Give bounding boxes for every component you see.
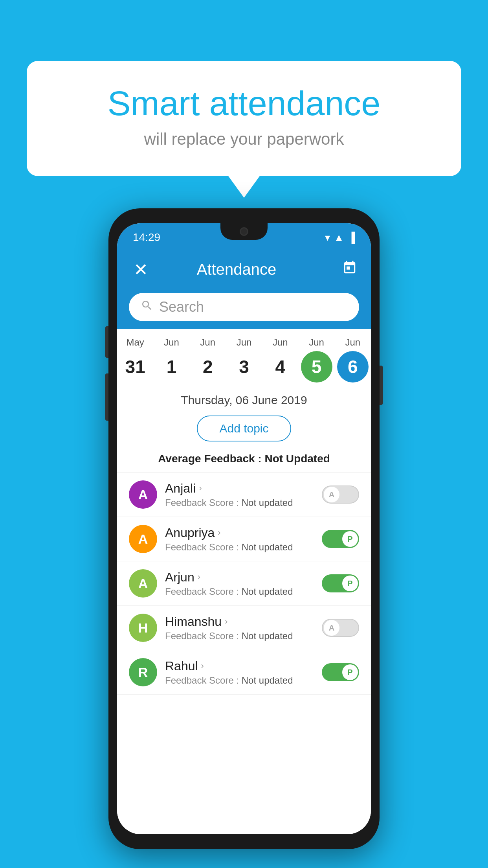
calendar-day-2[interactable]: Jun 2 bbox=[190, 337, 226, 383]
cal-month: Jun bbox=[200, 337, 215, 348]
average-feedback-text: Average Feedback : Not Updated bbox=[158, 452, 330, 465]
attendance-toggle-container[interactable]: P bbox=[322, 530, 359, 548]
volume-down-button bbox=[105, 373, 108, 421]
cal-date: 4 bbox=[264, 351, 296, 383]
student-score: Feedback Score : Not updated bbox=[165, 542, 314, 553]
toggle-knob: A bbox=[324, 620, 339, 636]
app-bar: ✕ Attendance bbox=[117, 252, 371, 287]
power-button bbox=[380, 366, 383, 405]
search-bar[interactable]: Search bbox=[129, 293, 359, 321]
cal-date: 1 bbox=[156, 351, 187, 383]
attendance-toggle[interactable]: P bbox=[322, 663, 359, 681]
speech-bubble: Smart attendance will replace your paper… bbox=[27, 61, 461, 176]
student-score: Feedback Score : Not updated bbox=[165, 675, 314, 686]
speech-bubble-container: Smart attendance will replace your paper… bbox=[27, 61, 461, 176]
bubble-title: Smart attendance bbox=[58, 85, 430, 123]
student-info: Himanshu › Feedback Score : Not updated bbox=[165, 614, 314, 642]
student-info: Rahul › Feedback Score : Not updated bbox=[165, 659, 314, 686]
student-name: Arjun › bbox=[165, 570, 314, 585]
attendance-toggle[interactable]: A bbox=[322, 485, 359, 504]
add-topic-container: Add topic bbox=[117, 410, 371, 449]
cal-month: Jun bbox=[273, 337, 288, 348]
student-avatar: R bbox=[129, 658, 157, 686]
phone-notch bbox=[220, 223, 268, 240]
student-item[interactable]: H Himanshu › Feedback Score : Not update… bbox=[117, 606, 371, 650]
calendar-icon[interactable] bbox=[342, 260, 357, 279]
student-name: Anupriya › bbox=[165, 526, 314, 540]
student-name: Himanshu › bbox=[165, 614, 314, 629]
chevron-right-icon: › bbox=[198, 572, 200, 582]
cal-month: Jun bbox=[237, 337, 252, 348]
calendar-day-1[interactable]: Jun 1 bbox=[154, 337, 189, 383]
battery-icon: ▐ bbox=[348, 232, 355, 244]
attendance-toggle[interactable]: A bbox=[322, 619, 359, 637]
attendance-toggle[interactable]: P bbox=[322, 574, 359, 592]
student-info: Arjun › Feedback Score : Not updated bbox=[165, 570, 314, 597]
status-time: 14:29 bbox=[133, 231, 160, 244]
average-feedback-value: Not Updated bbox=[264, 452, 330, 465]
attendance-toggle-container[interactable]: A bbox=[322, 485, 359, 504]
student-item[interactable]: A Anupriya › Feedback Score : Not update… bbox=[117, 517, 371, 561]
chevron-right-icon: › bbox=[199, 483, 202, 493]
student-info: Anupriya › Feedback Score : Not updated bbox=[165, 526, 314, 553]
signal-icon: ▲ bbox=[334, 232, 344, 244]
add-topic-button[interactable]: Add topic bbox=[197, 416, 291, 441]
cal-month: Jun bbox=[309, 337, 324, 348]
attendance-toggle[interactable]: P bbox=[322, 530, 359, 548]
student-avatar: A bbox=[129, 525, 157, 553]
student-name: Rahul › bbox=[165, 659, 314, 673]
cal-month: Jun bbox=[164, 337, 179, 348]
phone-screen: 14:29 ▾ ▲ ▐ ✕ Attendance bbox=[117, 223, 371, 834]
student-info: Anjali › Feedback Score : Not updated bbox=[165, 481, 314, 508]
attendance-toggle-container[interactable]: P bbox=[322, 663, 359, 681]
student-score: Feedback Score : Not updated bbox=[165, 631, 314, 642]
toggle-knob: P bbox=[342, 576, 358, 591]
cal-date: 2 bbox=[192, 351, 224, 383]
student-item[interactable]: R Rahul › Feedback Score : Not updated P bbox=[117, 650, 371, 695]
chevron-right-icon: › bbox=[201, 661, 204, 671]
calendar-day-4[interactable]: Jun 4 bbox=[262, 337, 298, 383]
search-icon bbox=[141, 299, 153, 315]
feedback-info: Average Feedback : Not Updated bbox=[117, 449, 371, 473]
cal-month: May bbox=[126, 337, 144, 348]
selected-date-text: Thursday, 06 June 2019 bbox=[181, 394, 307, 406]
search-container: Search bbox=[117, 287, 371, 329]
phone-frame: 14:29 ▾ ▲ ▐ ✕ Attendance bbox=[108, 208, 380, 849]
volume-up-button bbox=[105, 326, 108, 358]
camera bbox=[240, 227, 248, 236]
chevron-right-icon: › bbox=[218, 528, 220, 538]
attendance-toggle-container[interactable]: P bbox=[322, 574, 359, 592]
date-display: Thursday, 06 June 2019 bbox=[117, 386, 371, 410]
student-avatar: A bbox=[129, 569, 157, 598]
average-feedback-label: Average Feedback : bbox=[158, 452, 264, 465]
calendar-day-6[interactable]: Jun 6 bbox=[335, 337, 371, 383]
student-avatar: H bbox=[129, 614, 157, 642]
toggle-knob: P bbox=[342, 664, 358, 680]
student-name: Anjali › bbox=[165, 481, 314, 496]
cal-date: 5 bbox=[301, 351, 332, 383]
student-item[interactable]: A Arjun › Feedback Score : Not updated P bbox=[117, 561, 371, 606]
wifi-icon: ▾ bbox=[325, 232, 330, 244]
cal-month: Jun bbox=[345, 337, 360, 348]
student-avatar: A bbox=[129, 480, 157, 509]
student-score: Feedback Score : Not updated bbox=[165, 497, 314, 508]
toggle-knob: A bbox=[324, 487, 339, 502]
toggle-knob: P bbox=[342, 531, 358, 547]
calendar-strip: May 31 Jun 1 Jun 2 Jun 3 Jun 4 Jun 5 Jun… bbox=[117, 329, 371, 386]
chevron-right-icon: › bbox=[225, 616, 227, 627]
calendar-day-3[interactable]: Jun 3 bbox=[226, 337, 262, 383]
bubble-subtitle: will replace your paperwork bbox=[58, 130, 430, 149]
calendar-day-5[interactable]: Jun 5 bbox=[299, 337, 334, 383]
calendar-day-0[interactable]: May 31 bbox=[117, 337, 153, 383]
search-input[interactable]: Search bbox=[159, 299, 204, 315]
student-score: Feedback Score : Not updated bbox=[165, 586, 314, 597]
student-item[interactable]: A Anjali › Feedback Score : Not updated … bbox=[117, 473, 371, 517]
cal-date: 6 bbox=[337, 351, 369, 383]
cal-date: 3 bbox=[228, 351, 260, 383]
cal-date: 31 bbox=[119, 351, 151, 383]
phone-container: 14:29 ▾ ▲ ▐ ✕ Attendance bbox=[108, 208, 380, 849]
status-icons: ▾ ▲ ▐ bbox=[325, 232, 355, 244]
app-bar-title: Attendance bbox=[131, 261, 342, 278]
attendance-toggle-container[interactable]: A bbox=[322, 619, 359, 637]
student-list: A Anjali › Feedback Score : Not updated … bbox=[117, 473, 371, 834]
